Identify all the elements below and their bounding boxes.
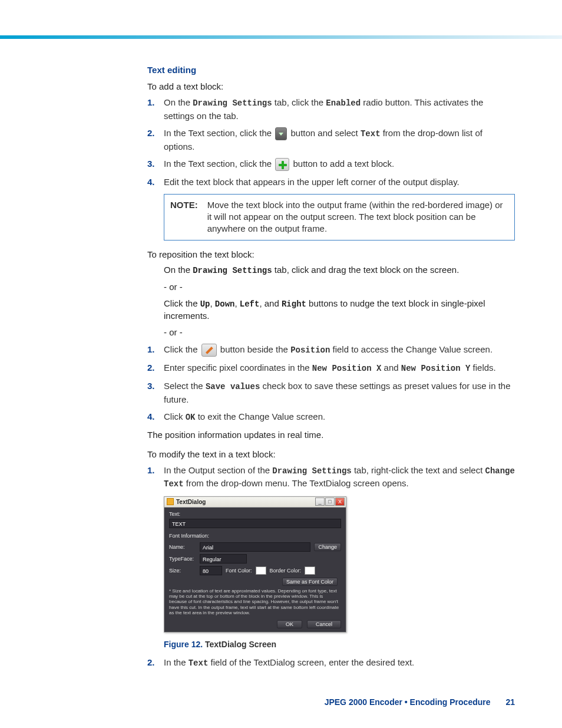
- size-input[interactable]: 80: [200, 566, 222, 575]
- ok-button[interactable]: OK: [277, 620, 302, 628]
- change-button[interactable]: Change: [314, 543, 341, 551]
- left-label: Left: [240, 299, 260, 309]
- position-label: Position: [290, 345, 330, 355]
- dialog-title: TextDialog: [176, 499, 315, 505]
- text: On the: [164, 265, 193, 275]
- minimize-button[interactable]: _: [315, 498, 325, 506]
- steps-add-list: 1. On the Drawing Settings tab, click th…: [147, 96, 515, 188]
- text: tab, click and drag the text block on th…: [272, 265, 459, 275]
- text: fields.: [470, 363, 495, 373]
- size-label: Size:: [169, 568, 196, 574]
- dialog-body: Text: TEXT Font Information: Name: Arial…: [164, 508, 346, 632]
- top-border-gradient: [0, 35, 562, 39]
- text-field-label: Text: [189, 658, 209, 668]
- note-box: NOTE: Move the text block into the outpu…: [164, 194, 515, 241]
- step-add-1: 1. On the Drawing Settings tab, click th…: [147, 96, 515, 122]
- new-position-y-label: New Position Y: [401, 364, 471, 373]
- text: field of the TextDialog screen, enter th…: [208, 657, 414, 667]
- add-icon: [275, 158, 289, 171]
- text: from the drop-down menu. The TextDialog …: [184, 478, 409, 488]
- text: ,: [234, 298, 239, 308]
- step-repos-4: 4. Click OK to exit the Change Value scr…: [147, 410, 515, 424]
- repos-or1: - or -: [164, 281, 515, 293]
- text: Click the: [164, 298, 200, 308]
- text: field to access the Change Value screen.: [330, 344, 492, 354]
- name-input[interactable]: Arial: [200, 542, 310, 552]
- step-add-4: 4. Edit the text block that appears in t…: [147, 176, 515, 188]
- step-modify-2: 2. In the Text field of the TextDialog s…: [147, 656, 515, 670]
- step-add-2: 2. In the Text section, click the button…: [147, 127, 515, 153]
- text: Select the: [164, 381, 206, 391]
- text: On the: [164, 97, 193, 107]
- step-add-3: 3. In the Text section, click the button…: [147, 157, 515, 171]
- text: Enter specific pixel coordinates in the: [164, 363, 312, 373]
- down-label: Down: [215, 299, 235, 309]
- repos-line1: On the Drawing Settings tab, click and d…: [164, 264, 515, 276]
- font-info-label: Font Information:: [169, 533, 341, 539]
- text: button to add a text block.: [290, 159, 394, 169]
- textdialog-screenshot: TextDialog _ □ X Text: TEXT Font Informa…: [164, 496, 346, 633]
- page-number: 21: [505, 697, 515, 707]
- typeface-label: TypeFace:: [169, 556, 196, 562]
- repos-or2: - or -: [164, 327, 515, 338]
- text-input[interactable]: TEXT: [169, 519, 341, 528]
- text: In the Text section, click the: [164, 128, 274, 138]
- maximize-button[interactable]: □: [325, 498, 335, 506]
- fontcolor-swatch[interactable]: [256, 566, 266, 575]
- typeface-input[interactable]: Regular: [200, 554, 247, 564]
- step-modify-1: 1. In the Output section of the Drawing …: [147, 464, 515, 490]
- text: and: [381, 363, 401, 373]
- steps-repos-list: 1. Click the button beside the Position …: [147, 343, 515, 423]
- figure-title: TextDialog Screen: [203, 640, 276, 649]
- page-footer: JPEG 2000 Encoder • Encoding Procedure 2…: [325, 697, 515, 707]
- up-label: Up: [200, 299, 210, 309]
- text: tab, right-click the text and select: [352, 465, 485, 475]
- dialog-titlebar: TextDialog _ □ X: [164, 497, 346, 508]
- page-content: Text editing To add a text block: 1. On …: [0, 0, 562, 669]
- intro-add: To add a text block:: [147, 81, 515, 93]
- text: In the Output section of the: [164, 465, 272, 475]
- close-button[interactable]: X: [335, 498, 345, 506]
- text: In the: [164, 657, 189, 667]
- step-repos-1: 1. Click the button beside the Position …: [147, 343, 515, 357]
- text: button and select: [288, 128, 361, 138]
- dropdown-icon: [275, 127, 287, 140]
- file-icon: [167, 498, 174, 505]
- save-values-label: Save values: [206, 382, 260, 391]
- figure-caption: Figure 12. TextDialog Screen: [164, 640, 515, 649]
- text: In the Text section, click the: [164, 159, 274, 169]
- same-as-font-color-button[interactable]: Same as Font Color: [282, 578, 338, 586]
- step-repos-3: 3. Select the Save values check box to s…: [147, 380, 515, 406]
- intro-reposition: To reposition the text block:: [147, 249, 515, 261]
- name-label: Name:: [169, 544, 196, 550]
- edit-icon: [201, 344, 217, 357]
- cancel-button[interactable]: Cancel: [307, 620, 341, 628]
- text: , and: [259, 298, 282, 308]
- footer-text: JPEG 2000 Encoder • Encoding Procedure: [325, 697, 491, 707]
- repos-outro: The position information updates in real…: [147, 429, 515, 441]
- ok-label: OK: [186, 413, 196, 422]
- repos-line2: Click the Up, Down, Left, and Right butt…: [164, 298, 515, 322]
- note-label: NOTE:: [170, 199, 198, 235]
- dialog-note: * Size and location of text are approxim…: [169, 588, 341, 615]
- figure-number: Figure 12.: [164, 640, 203, 649]
- drawing-settings-label: Drawing Settings: [193, 98, 272, 108]
- text: ,: [210, 298, 215, 308]
- steps-modify-list: 1. In the Output section of the Drawing …: [147, 464, 515, 490]
- text: Edit the text block that appears in the …: [164, 177, 459, 187]
- intro-modify: To modify the text in a text block:: [147, 449, 515, 460]
- text: tab, click the: [272, 97, 326, 107]
- text-option-label: Text: [361, 129, 381, 139]
- bordercolor-label: Border Color:: [270, 568, 302, 574]
- bordercolor-swatch[interactable]: [305, 566, 315, 575]
- new-position-x-label: New Position X: [312, 364, 382, 373]
- section-heading: Text editing: [147, 65, 515, 75]
- enabled-label: Enabled: [326, 98, 361, 108]
- steps-modify-list-2: 2. In the Text field of the TextDialog s…: [147, 656, 515, 670]
- text: button beside the: [218, 344, 290, 354]
- text: Click the: [164, 344, 200, 354]
- text: Click: [164, 411, 186, 421]
- right-label: Right: [282, 299, 306, 309]
- fontcolor-label: Font Color:: [226, 568, 252, 574]
- step-repos-2: 2. Enter specific pixel coordinates in t…: [147, 361, 515, 375]
